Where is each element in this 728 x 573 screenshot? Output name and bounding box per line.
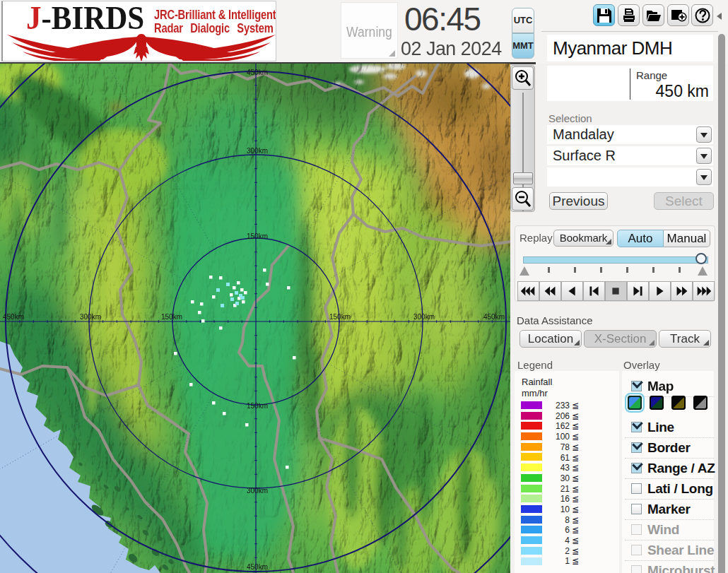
svg-text:450km: 450km [483,313,505,321]
svg-text:450km: 450km [3,313,24,321]
svg-text:150km: 150km [329,313,351,321]
svg-text:300km: 300km [80,313,101,321]
svg-text:300km: 300km [247,147,268,155]
svg-text:300km: 300km [413,313,435,321]
svg-text:450km: 450km [247,563,268,571]
svg-text:150km: 150km [247,402,268,410]
svg-text:300km: 300km [247,487,268,495]
svg-text:450km: 450km [247,69,268,76]
svg-text:150km: 150km [161,313,182,321]
svg-text:150km: 150km [247,232,268,240]
